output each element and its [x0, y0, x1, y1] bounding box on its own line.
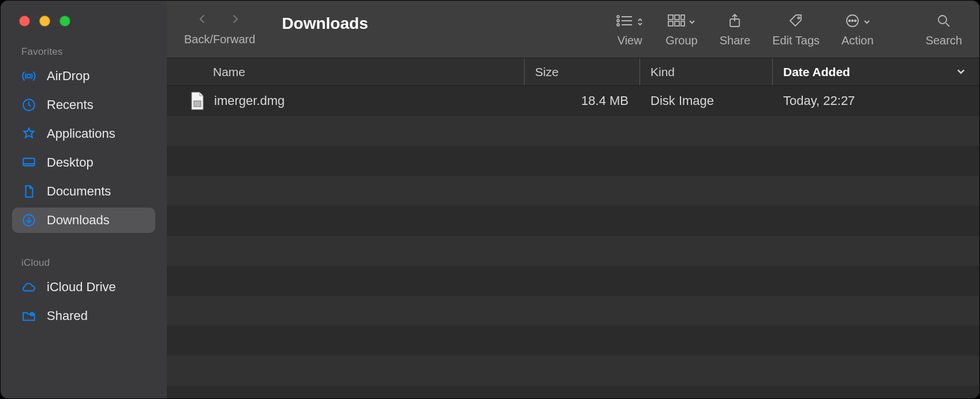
svg-rect-12	[675, 15, 679, 20]
empty-row	[167, 296, 979, 326]
sidebar-section-icloud: iCloud	[1, 257, 167, 274]
clock-icon	[21, 97, 36, 112]
action-button[interactable]: Action	[841, 11, 874, 47]
svg-point-7	[617, 20, 619, 22]
column-name[interactable]: Name	[167, 58, 525, 85]
empty-row	[167, 146, 979, 176]
empty-row	[167, 266, 979, 296]
svg-rect-14	[668, 21, 673, 26]
file-row[interactable]: imerger.dmg 18.4 MB Disk Image Today, 22…	[167, 86, 979, 116]
svg-point-20	[848, 20, 850, 22]
sidebar-item-documents[interactable]: Documents	[12, 179, 155, 204]
file-name: imerger.dmg	[214, 93, 285, 108]
window-title: Downloads	[282, 14, 368, 33]
sidebar-item-desktop[interactable]: Desktop	[12, 150, 155, 175]
svg-point-0	[27, 74, 31, 78]
forward-button[interactable]	[229, 12, 241, 28]
sidebar-section-favorites: Favorites	[1, 46, 167, 63]
minimize-window-button[interactable]	[39, 16, 50, 27]
view-label: View	[618, 34, 642, 47]
file-date-added: Today, 22:27	[773, 93, 979, 108]
toolbar: Back/Forward Downloads View Group	[167, 1, 979, 58]
group-label: Group	[665, 34, 698, 47]
view-button[interactable]: View	[616, 11, 644, 47]
sidebar-item-label: Shared	[47, 308, 88, 323]
sidebar-item-label: Documents	[47, 184, 111, 199]
disk-image-icon	[190, 92, 205, 110]
document-icon	[21, 184, 36, 199]
search-button[interactable]: Search	[926, 11, 962, 47]
sidebar-item-label: Downloads	[47, 213, 110, 228]
finder-window: Favorites AirDrop Recents Applications D…	[0, 0, 980, 399]
chevron-down-icon	[689, 17, 695, 24]
svg-point-22	[854, 20, 856, 22]
edit-tags-button[interactable]: Edit Tags	[772, 11, 820, 47]
cloud-icon	[21, 280, 36, 295]
file-size: 18.4 MB	[525, 93, 640, 108]
file-list: imerger.dmg 18.4 MB Disk Image Today, 22…	[167, 86, 979, 398]
chevron-down-icon	[863, 17, 870, 24]
svg-rect-13	[681, 15, 684, 20]
svg-line-24	[946, 23, 949, 27]
svg-point-21	[851, 20, 853, 22]
chevron-down-icon	[956, 65, 966, 79]
updown-chevron-icon	[637, 17, 644, 24]
empty-row	[167, 116, 979, 146]
empty-row	[167, 176, 979, 206]
column-date-added[interactable]: Date Added	[773, 65, 979, 79]
back-forward-label: Back/Forward	[184, 33, 255, 46]
empty-row	[167, 356, 979, 386]
svg-point-5	[617, 16, 619, 18]
share-button[interactable]: Share	[720, 11, 750, 47]
svg-point-23	[938, 16, 947, 24]
shared-folder-icon	[21, 308, 36, 323]
back-button[interactable]	[197, 12, 208, 28]
main-area: Back/Forward Downloads View Group	[167, 1, 979, 398]
sidebar-item-airdrop[interactable]: AirDrop	[12, 63, 155, 89]
airdrop-icon	[21, 69, 36, 84]
downloads-icon	[21, 213, 36, 228]
svg-rect-25	[194, 101, 201, 107]
sidebar-item-label: Desktop	[47, 155, 93, 170]
action-label: Action	[841, 34, 874, 47]
sidebar-item-icloud-drive[interactable]: iCloud Drive	[12, 274, 155, 300]
column-headers: Name Size Kind Date Added	[167, 58, 979, 86]
search-label: Search	[926, 34, 962, 47]
column-date-added-label: Date Added	[783, 65, 850, 79]
sidebar-item-label: AirDrop	[47, 69, 90, 84]
share-label: Share	[720, 34, 750, 47]
file-kind: Disk Image	[640, 93, 773, 108]
svg-rect-16	[681, 21, 684, 26]
applications-icon	[21, 126, 36, 141]
zoom-window-button[interactable]	[59, 16, 70, 27]
empty-row	[167, 326, 979, 356]
sidebar-item-recents[interactable]: Recents	[12, 92, 155, 118]
empty-row	[167, 236, 979, 266]
svg-point-9	[617, 24, 619, 26]
close-window-button[interactable]	[19, 16, 30, 27]
sidebar-item-shared[interactable]: Shared	[12, 303, 155, 329]
desktop-icon	[21, 155, 36, 170]
sidebar: Favorites AirDrop Recents Applications D…	[1, 1, 167, 398]
window-controls	[1, 16, 167, 27]
sidebar-item-label: Applications	[47, 126, 115, 141]
sidebar-item-applications[interactable]: Applications	[12, 121, 155, 146]
empty-row	[167, 206, 979, 236]
group-button[interactable]: Group	[665, 11, 698, 47]
svg-rect-11	[668, 15, 673, 20]
edit-tags-label: Edit Tags	[772, 34, 820, 47]
svg-rect-2	[23, 158, 35, 165]
svg-point-18	[798, 17, 799, 18]
sidebar-item-label: Recents	[47, 97, 93, 112]
svg-rect-15	[675, 21, 679, 26]
column-size[interactable]: Size	[525, 58, 640, 85]
sidebar-item-downloads[interactable]: Downloads	[12, 208, 155, 233]
column-kind[interactable]: Kind	[640, 58, 773, 85]
sidebar-item-label: iCloud Drive	[47, 280, 116, 295]
